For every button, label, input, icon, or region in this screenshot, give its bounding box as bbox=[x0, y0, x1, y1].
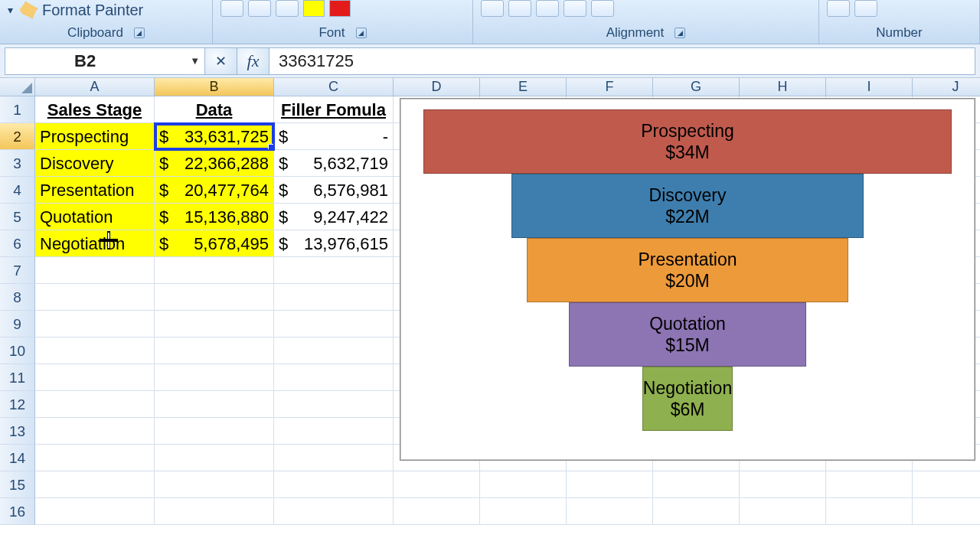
row-header[interactable]: 12 bbox=[0, 391, 35, 418]
cell[interactable] bbox=[913, 498, 980, 525]
row-header[interactable]: 6 bbox=[0, 230, 35, 257]
cell[interactable]: Filler Fomula bbox=[274, 96, 394, 123]
col-header[interactable]: B bbox=[155, 78, 274, 96]
cell[interactable] bbox=[155, 284, 274, 311]
col-header[interactable]: H bbox=[740, 78, 826, 96]
cell[interactable] bbox=[155, 257, 274, 284]
cell[interactable]: Sales Stage bbox=[35, 96, 155, 123]
align-tool-button[interactable] bbox=[591, 0, 614, 17]
cell[interactable] bbox=[480, 498, 567, 525]
cell[interactable] bbox=[653, 498, 740, 525]
cell[interactable] bbox=[274, 391, 394, 418]
font-dialog-launcher-icon[interactable]: ◢ bbox=[356, 28, 367, 38]
cell[interactable] bbox=[274, 498, 394, 525]
number-tool-button[interactable] bbox=[854, 0, 877, 17]
cell[interactable] bbox=[274, 471, 394, 498]
cell[interactable] bbox=[274, 445, 394, 471]
align-tool-button[interactable] bbox=[481, 0, 504, 17]
format-painter-label[interactable]: Format Painter bbox=[42, 2, 143, 19]
active-cell[interactable]: $33,631,725 bbox=[155, 123, 274, 150]
cell[interactable] bbox=[653, 471, 740, 498]
font-tool-button[interactable] bbox=[220, 0, 243, 17]
cell[interactable] bbox=[567, 498, 653, 525]
align-tool-button[interactable] bbox=[564, 0, 586, 17]
funnel-bar[interactable]: Presentation$20M bbox=[527, 238, 848, 302]
cell[interactable] bbox=[274, 311, 394, 337]
row-header[interactable]: 5 bbox=[0, 204, 35, 230]
cell[interactable]: Quotation bbox=[35, 204, 155, 230]
cell[interactable]: $- bbox=[274, 123, 394, 150]
cell[interactable] bbox=[274, 257, 394, 284]
row-header[interactable]: 15 bbox=[0, 471, 35, 498]
col-header[interactable]: A bbox=[35, 78, 155, 96]
cell[interactable]: Discovery bbox=[35, 150, 155, 177]
cell[interactable]: $20,477,764 bbox=[155, 177, 274, 204]
funnel-bar[interactable]: Prospecting$34M bbox=[423, 109, 952, 174]
row-header[interactable]: 13 bbox=[0, 418, 35, 445]
col-header[interactable]: C bbox=[274, 78, 394, 96]
cell[interactable] bbox=[35, 337, 155, 364]
col-header[interactable]: E bbox=[480, 78, 567, 96]
cell[interactable] bbox=[274, 418, 394, 445]
cell[interactable]: Data bbox=[155, 96, 274, 123]
name-box[interactable]: B2 ▼ bbox=[5, 47, 205, 75]
cell[interactable]: $22,366,288 bbox=[155, 150, 274, 177]
cell[interactable] bbox=[274, 284, 394, 311]
cell[interactable] bbox=[155, 337, 274, 364]
funnel-bar[interactable]: Discovery$22M bbox=[511, 174, 864, 238]
cell[interactable]: $9,247,422 bbox=[274, 204, 394, 230]
cell[interactable] bbox=[35, 391, 155, 418]
alignment-dialog-launcher-icon[interactable]: ◢ bbox=[675, 28, 685, 38]
align-tool-button[interactable] bbox=[508, 0, 531, 17]
funnel-bar[interactable]: Negotiation$6M bbox=[642, 367, 733, 431]
row-header[interactable]: 4 bbox=[0, 177, 35, 204]
cell[interactable] bbox=[274, 364, 394, 391]
cell[interactable] bbox=[394, 498, 480, 525]
col-header[interactable]: F bbox=[567, 78, 653, 96]
select-all-corner[interactable] bbox=[0, 78, 35, 96]
cell[interactable] bbox=[35, 364, 155, 391]
number-tool-button[interactable] bbox=[827, 0, 850, 17]
row-header[interactable]: 10 bbox=[0, 337, 35, 364]
cell[interactable] bbox=[826, 498, 913, 525]
cell[interactable] bbox=[35, 311, 155, 337]
cell[interactable] bbox=[155, 471, 274, 498]
row-header[interactable]: 11 bbox=[0, 364, 35, 391]
cell[interactable] bbox=[480, 471, 567, 498]
row-header[interactable]: 8 bbox=[0, 284, 35, 311]
cell[interactable] bbox=[826, 471, 913, 498]
clipboard-dialog-launcher-icon[interactable]: ◢ bbox=[134, 28, 145, 38]
font-color-red-icon[interactable] bbox=[329, 0, 351, 17]
row-header[interactable]: 1 bbox=[0, 96, 35, 123]
row-header[interactable]: 14 bbox=[0, 445, 35, 471]
cell[interactable] bbox=[35, 257, 155, 284]
align-tool-button[interactable] bbox=[536, 0, 559, 17]
cell[interactable]: Prospecting bbox=[35, 123, 155, 150]
cell[interactable] bbox=[155, 391, 274, 418]
cell[interactable]: $15,136,880 bbox=[155, 204, 274, 230]
cell[interactable] bbox=[35, 284, 155, 311]
insert-function-icon[interactable]: fx bbox=[237, 47, 270, 75]
funnel-chart[interactable]: Prospecting$34MDiscovery$22MPresentation… bbox=[400, 98, 975, 461]
cell[interactable]: Presentation bbox=[35, 177, 155, 204]
worksheet[interactable]: A B C D E F G H I J 1Sales StageDataFill… bbox=[0, 78, 980, 551]
cell[interactable]: $5,678,495 bbox=[155, 230, 274, 257]
cell[interactable] bbox=[35, 498, 155, 525]
col-header[interactable]: J bbox=[913, 78, 980, 96]
cell[interactable] bbox=[155, 311, 274, 337]
cell[interactable] bbox=[155, 418, 274, 445]
formula-input[interactable]: 33631725 bbox=[270, 47, 975, 75]
row-header[interactable]: 3 bbox=[0, 150, 35, 177]
row-header[interactable]: 7 bbox=[0, 257, 35, 284]
cell[interactable]: Negotiation bbox=[35, 230, 155, 257]
funnel-bar[interactable]: Quotation$15M bbox=[569, 302, 806, 367]
cell[interactable] bbox=[35, 418, 155, 445]
cell[interactable] bbox=[35, 471, 155, 498]
cell[interactable] bbox=[155, 498, 274, 525]
cell[interactable] bbox=[155, 445, 274, 471]
cell[interactable] bbox=[740, 471, 826, 498]
fill-color-yellow-icon[interactable] bbox=[303, 0, 325, 17]
col-header[interactable]: I bbox=[826, 78, 913, 96]
col-header[interactable]: G bbox=[653, 78, 740, 96]
col-header[interactable]: D bbox=[394, 78, 480, 96]
